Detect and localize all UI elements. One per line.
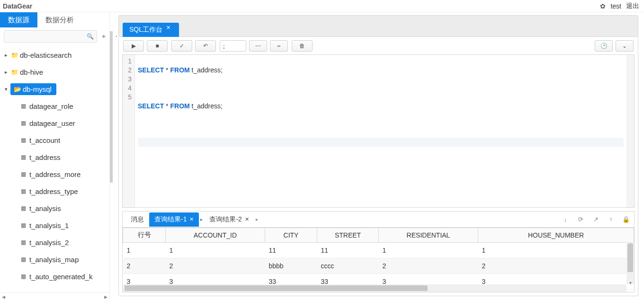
table-icon: ▦ xyxy=(21,120,28,126)
scroll-down-icon[interactable]: ▾ xyxy=(626,280,634,285)
stop-button[interactable]: ■ xyxy=(147,40,168,52)
editor-vertical-scrollbar[interactable] xyxy=(626,55,634,207)
logout-link[interactable]: 退出 xyxy=(626,2,639,10)
tree-table-t_address[interactable]: ▦t_address xyxy=(21,149,109,166)
sql-editor[interactable]: 1 2 3 4 5 SELECT * FROM t_address; SELEC… xyxy=(122,54,635,208)
dropdown-button[interactable]: ⌄ xyxy=(616,40,634,52)
sql-toolbar: ▶ ■ ✓ ↶ ⋯ ＝ 🗑 🕑 ⌄ xyxy=(122,40,635,54)
close-icon[interactable]: ✕ xyxy=(189,216,194,222)
table-icon: ▦ xyxy=(21,222,28,229)
tree-node-db-hive[interactable]: ▸ 📁 db-hive xyxy=(2,63,109,80)
table-row[interactable]: 22bbbbcccc22 xyxy=(123,258,634,274)
folder-icon: 📁 xyxy=(10,69,19,76)
table-row[interactable]: 11111111 xyxy=(123,243,634,258)
export-down-icon[interactable]: ↓ xyxy=(560,216,571,223)
tab-analysis[interactable]: 数据分析 xyxy=(37,12,82,27)
results-panel: 消息 查询结果-1 ✕ ▸ 查询结果-2 ✕ ▸ ↓ ⟳ ↗ xyxy=(122,211,635,292)
tree-table-t_analysis_1[interactable]: ▦t_analysis_1 xyxy=(21,217,109,234)
brand-label: DataGear xyxy=(3,2,32,10)
search-icon[interactable]: 🔍 xyxy=(87,33,94,40)
column-header[interactable]: CITY xyxy=(265,228,317,243)
left-horizontal-scrollbar[interactable]: ◂ ▸ xyxy=(0,292,109,300)
table-icon: ▦ xyxy=(21,171,28,177)
caret-right-icon: ▸ xyxy=(2,52,10,58)
grid-vertical-scrollbar[interactable]: ▴ ▾ xyxy=(626,242,634,284)
column-header[interactable]: RESIDENTIAL xyxy=(379,228,478,243)
tab-sql-workbench[interactable]: SQL工作台 ✕ xyxy=(123,23,179,37)
tab-datasource[interactable]: 数据源 xyxy=(0,12,37,27)
tree-table-t_address_more[interactable]: ▦t_address_more xyxy=(21,166,109,183)
close-tab-icon[interactable]: ✕ xyxy=(166,25,170,31)
tab-result-2[interactable]: 查询结果-2 ✕ xyxy=(204,212,254,227)
expand-icon[interactable]: ↗ xyxy=(590,216,601,223)
tree-table-t_analysis_map[interactable]: ▦t_analysis_map xyxy=(21,251,109,268)
table-icon: ▦ xyxy=(21,205,28,212)
close-icon[interactable]: ✕ xyxy=(245,216,249,222)
tab-messages[interactable]: 消息 xyxy=(125,212,149,227)
caret-down-icon: ▾ xyxy=(2,86,10,92)
delimiter-input[interactable] xyxy=(220,40,246,52)
tree-table-t_account[interactable]: ▦t_account xyxy=(21,132,109,149)
tree-table-t_address_type[interactable]: ▦t_address_type xyxy=(21,183,109,200)
column-header[interactable]: ACCOUNT_ID xyxy=(166,228,265,243)
table-icon: ▦ xyxy=(21,256,28,263)
column-header[interactable]: 行号 xyxy=(123,228,166,243)
format-button[interactable]: ⋯ xyxy=(249,40,267,52)
lock-icon[interactable]: 🔒 xyxy=(621,216,631,223)
table-icon: ▦ xyxy=(21,137,28,143)
result-1-caret[interactable]: ▸ xyxy=(199,214,204,225)
column-header[interactable]: STREET xyxy=(317,228,379,243)
run-button[interactable]: ▶ xyxy=(123,40,144,52)
settings-gear-icon[interactable]: ✿ xyxy=(600,2,606,10)
result-2-caret[interactable]: ▸ xyxy=(254,214,259,225)
datasource-tree: ▸ 📁 db-elasticsearch ▸ 📁 db-hive ▾ 📂 db-… xyxy=(0,44,109,292)
right-panel: SQL工作台 ✕ ▶ ■ ✓ ↶ ⋯ ＝ 🗑 xyxy=(116,12,644,300)
left-panel: 数据源 数据分析 🔍 ＋ ⋯ ▸ 📁 db-elasticsearch ▸ 📁 … xyxy=(0,12,110,300)
search-input[interactable] xyxy=(7,33,87,40)
table-icon: ▦ xyxy=(21,239,28,246)
search-input-wrap[interactable]: 🔍 xyxy=(4,30,97,43)
tab-result-1[interactable]: 查询结果-1 ✕ xyxy=(149,212,199,227)
commit-button[interactable]: ✓ xyxy=(171,40,192,52)
grid-horizontal-scrollbar[interactable] xyxy=(123,284,626,292)
tree-table-t_analysis[interactable]: ▦t_analysis xyxy=(21,200,109,217)
workbench-tabstrip: SQL工作台 ✕ xyxy=(118,15,638,37)
column-header[interactable]: HOUSE_NUMBER xyxy=(478,228,634,243)
table-icon: ▦ xyxy=(21,103,28,109)
rollback-button[interactable]: ↶ xyxy=(195,40,216,52)
left-tabs: 数据源 数据分析 xyxy=(0,12,109,27)
wrap-button[interactable]: ＝ xyxy=(270,40,288,52)
tree-table-t_auto_generated_k[interactable]: ▦t_auto_generated_k xyxy=(21,268,109,285)
tree-table-t_analysis_2[interactable]: ▦t_analysis_2 xyxy=(21,234,109,251)
top-bar: DataGear ✿ test 退出 xyxy=(0,0,644,12)
tab-label: SQL工作台 xyxy=(129,26,162,34)
hint-icon[interactable]: ♀ xyxy=(606,216,616,223)
table-icon: ▦ xyxy=(21,188,28,194)
tree-node-db-elasticsearch[interactable]: ▸ 📁 db-elasticsearch xyxy=(2,46,109,63)
folder-open-icon: 📂 xyxy=(13,86,22,93)
user-label[interactable]: test xyxy=(610,2,621,10)
table-icon: ▦ xyxy=(21,154,28,160)
tree-node-db-mysql[interactable]: ▾ 📂 db-mysql xyxy=(2,80,109,97)
caret-right-icon: ▸ xyxy=(2,69,10,75)
clear-button[interactable]: 🗑 xyxy=(292,40,313,52)
results-grid[interactable]: 行号ACCOUNT_IDCITYSTREETRESIDENTIALHOUSE_N… xyxy=(123,228,634,290)
tree-table-datagear_role[interactable]: ▦datagear_role xyxy=(21,97,109,115)
scroll-right-icon[interactable]: ▸ xyxy=(104,293,107,300)
vertical-splitter[interactable] xyxy=(110,12,116,300)
add-datasource-button[interactable]: ＋ xyxy=(100,31,107,42)
scroll-left-icon[interactable]: ◂ xyxy=(2,293,5,300)
folder-icon: 📁 xyxy=(10,52,19,59)
table-icon: ▦ xyxy=(21,273,28,280)
editor-code[interactable]: SELECT * FROM t_address; SELECT * FROM t… xyxy=(135,55,626,207)
tree-table-datagear_user[interactable]: ▦datagear_user xyxy=(21,115,109,132)
editor-gutter: 1 2 3 4 5 xyxy=(123,55,135,207)
refresh-icon[interactable]: ⟳ xyxy=(575,216,586,223)
history-button[interactable]: 🕑 xyxy=(595,40,613,52)
